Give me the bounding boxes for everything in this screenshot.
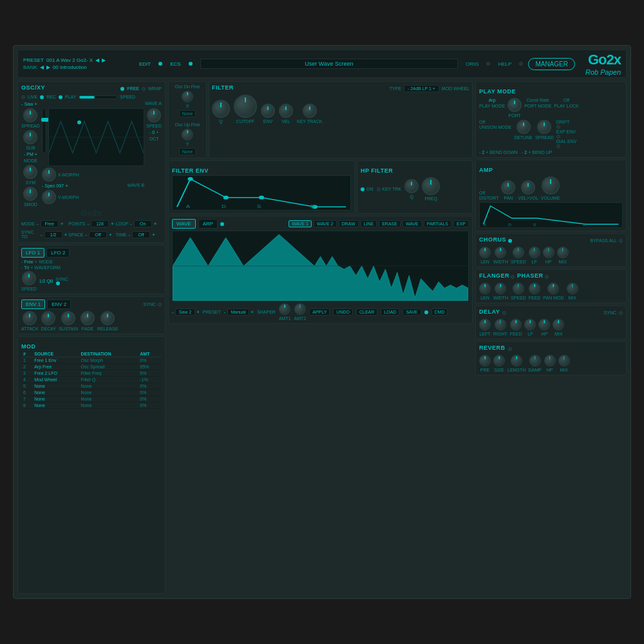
lfo1-tab[interactable]: LFO 1 (21, 248, 44, 258)
orig-label[interactable]: ORIG (466, 61, 478, 67)
partials-btn[interactable]: PARTIALS (424, 220, 451, 227)
flanger-len-knob[interactable] (479, 283, 491, 294)
volume-knob[interactable] (542, 176, 560, 194)
pm-minus[interactable]: - (24, 152, 25, 156)
mode-minus[interactable]: - (37, 221, 39, 227)
osc-up-y-knob[interactable] (182, 129, 193, 140)
flanger-mix-knob[interactable] (567, 283, 578, 294)
lfo1-wave-minus[interactable]: - (21, 265, 23, 270)
v-slider-thumb[interactable] (41, 118, 49, 122)
wave-a-prev[interactable]: - (21, 101, 23, 107)
table-row[interactable]: 5 None None 0% (21, 383, 162, 390)
smod-knob[interactable] (23, 187, 37, 201)
oct-plus[interactable]: + (156, 130, 158, 135)
chorus-lp-knob[interactable] (529, 247, 540, 258)
detune-knob[interactable] (516, 120, 531, 134)
oct-minus[interactable]: - (149, 130, 151, 135)
hp-freq-knob[interactable] (422, 177, 440, 195)
sync-minus[interactable]: - (41, 232, 43, 238)
chorus-speed-knob[interactable] (513, 247, 524, 258)
preset-value[interactable]: 001 A Wav 2 Go2- X (46, 57, 93, 63)
table-row[interactable]: 2 Arp Free Osc Spread 95% (21, 364, 162, 370)
save-btn[interactable]: SAVE (402, 308, 421, 316)
wave-tab[interactable]: WAVE (172, 219, 196, 229)
lfo1-mode-minus[interactable]: - (21, 260, 23, 264)
hp-on-label[interactable]: ON (366, 187, 374, 191)
table-row[interactable]: 7 None None 0% (21, 396, 162, 402)
table-row[interactable]: 1 Free 1 Env Osc Morph 0% (21, 357, 162, 364)
flanger-panmod-knob[interactable] (547, 283, 559, 294)
ymorph-knob[interactable] (42, 190, 56, 204)
wave-b-selector[interactable]: - Spec 097 + (42, 183, 68, 189)
chorus-hp-knob[interactable] (543, 247, 554, 258)
wave-b-prev[interactable]: - (42, 183, 44, 189)
v-slider[interactable] (42, 108, 47, 153)
amt2-knob[interactable] (294, 303, 306, 315)
delay-lp-knob[interactable] (524, 319, 536, 330)
bank-next-arrow[interactable]: ▶ (46, 64, 50, 70)
filter-cutoff-knob[interactable] (234, 95, 257, 118)
spread-knob[interactable] (23, 108, 37, 122)
exp-btn[interactable]: EXP (453, 220, 469, 227)
table-row[interactable]: 8 None None 0% (21, 402, 162, 409)
sub-knob[interactable] (23, 130, 37, 144)
bend-u-plus[interactable]: + (528, 150, 531, 155)
reverb-damp-knob[interactable] (529, 355, 541, 366)
undo-btn[interactable]: UNDO (333, 308, 353, 316)
wave-wave-btn[interactable]: WAVE (402, 220, 422, 227)
table-row[interactable]: 3 Free 2 LFO Filter Freq 5% (21, 370, 162, 377)
loop-plus[interactable]: + (154, 221, 157, 227)
help-label[interactable]: HELP (498, 61, 511, 67)
filter-q-knob[interactable] (212, 100, 230, 118)
lfo1-speed-knob[interactable] (22, 271, 36, 285)
decay-knob[interactable] (41, 311, 55, 325)
filter-env-knob[interactable] (261, 104, 275, 118)
filter-type-val[interactable]: - 24dB LP 1 + (404, 85, 439, 92)
chorus-width-knob[interactable] (495, 247, 506, 258)
wave-a-next[interactable]: + (34, 101, 37, 107)
apply-btn[interactable]: APPLY (309, 308, 330, 316)
sym-knob[interactable] (23, 165, 37, 179)
points-plus[interactable]: + (111, 221, 114, 227)
time-minus[interactable]: - (128, 232, 130, 238)
preset-next[interactable]: + (196, 309, 200, 315)
ecs-label[interactable]: ECS (170, 61, 180, 67)
reverb-length-knob[interactable] (511, 355, 522, 366)
lfo2-tab[interactable]: LFO 2 (46, 248, 70, 258)
pm-plus[interactable]: + (35, 152, 37, 156)
wave-a-selector[interactable]: - Saw + (21, 101, 37, 107)
attack-knob[interactable] (23, 311, 37, 325)
draw-btn[interactable]: DRAW (339, 220, 359, 227)
chorus-len-knob[interactable] (479, 247, 491, 258)
none1-label[interactable]: None (179, 110, 196, 117)
none2-label[interactable]: None (179, 148, 196, 155)
table-row[interactable]: 6 None None 0% (21, 390, 162, 396)
vel-vol-knob[interactable] (521, 180, 535, 194)
preset-prev[interactable]: - (172, 309, 174, 315)
erase-btn[interactable]: ERASE (379, 220, 401, 227)
time-plus[interactable]: + (152, 232, 155, 238)
sync-plus[interactable]: + (64, 232, 68, 238)
delay-hp-knob[interactable] (538, 319, 550, 330)
filter-keytrack-knob[interactable] (303, 104, 317, 118)
wave1-btn[interactable]: WAVE 1 (289, 220, 312, 227)
wave2-btn[interactable]: WAVE 2 (314, 220, 337, 227)
reverb-hp-knob[interactable] (544, 355, 556, 366)
preset-next-arrow[interactable]: ▶ (102, 57, 106, 63)
osc-xy-display[interactable] (48, 108, 144, 166)
shaper-next[interactable]: + (251, 309, 254, 315)
release-knob[interactable] (100, 311, 115, 325)
points-minus[interactable]: - (87, 221, 89, 227)
preset-prev-arrow[interactable]: ◀ (95, 57, 99, 63)
xmorph-knob[interactable] (42, 167, 56, 182)
reverb-size-knob[interactable] (493, 355, 505, 366)
bank-value[interactable]: 00 Introduction (53, 64, 87, 70)
mode-plus[interactable]: + (61, 221, 64, 227)
osc-speed-knob[interactable] (147, 108, 161, 122)
cmd-btn[interactable]: CMD (431, 308, 448, 316)
reverb-mix-knob[interactable] (558, 355, 570, 366)
bend-u-minus[interactable]: - (522, 150, 523, 155)
arp-tab[interactable]: ARP (198, 219, 218, 229)
bend-d-minus[interactable]: - (479, 150, 480, 155)
env1-tab[interactable]: ENV 1 (21, 299, 45, 309)
